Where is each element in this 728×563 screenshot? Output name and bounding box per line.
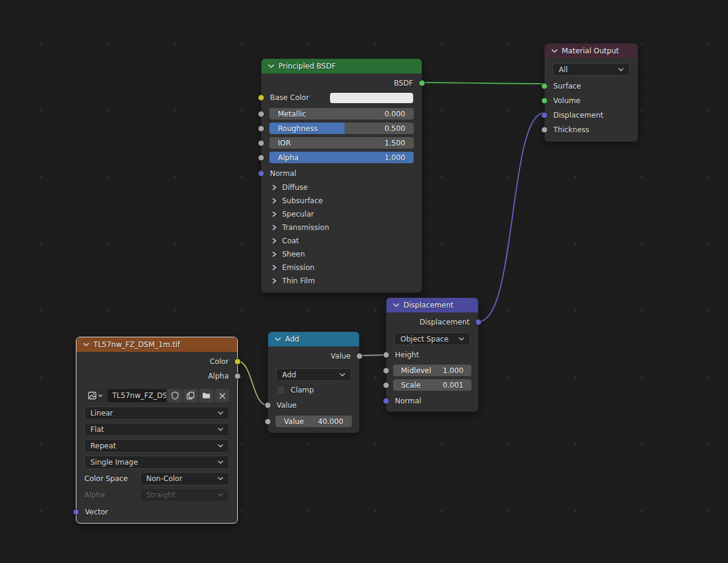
height-socket[interactable] — [383, 352, 389, 359]
alpha-socket[interactable] — [258, 154, 265, 161]
space-dropdown[interactable]: Object Space — [394, 332, 470, 345]
base-color-swatch[interactable] — [330, 93, 413, 103]
value-input-label: Value — [277, 401, 297, 410]
scale-socket[interactable] — [383, 382, 389, 388]
panel-thin-film[interactable]: Thin Film — [261, 274, 422, 288]
chevron-down-icon — [340, 373, 345, 377]
volume-socket[interactable] — [541, 98, 548, 104]
scale-slider[interactable]: Scale 0.001 — [393, 379, 471, 391]
wire-bsdf-to-surface — [422, 83, 544, 84]
color-space-dropdown[interactable]: Non-Color — [140, 472, 229, 485]
value-slider-socket[interactable] — [265, 418, 271, 425]
midlevel-socket[interactable] — [383, 367, 389, 374]
surface-socket[interactable] — [541, 83, 548, 90]
ior-label: IOR — [278, 139, 291, 147]
panel-coat[interactable]: Coat — [261, 234, 422, 248]
target-dropdown[interactable]: All — [553, 63, 630, 76]
extension-dropdown[interactable]: Repeat — [84, 439, 229, 453]
node-material-output[interactable]: Material Output All Surface Volume Displ… — [544, 43, 638, 142]
color-output-row: Color — [76, 354, 237, 369]
scale-value: 0.001 — [443, 381, 463, 389]
panel-transmission[interactable]: Transmission — [261, 221, 422, 234]
displacement-output-socket[interactable] — [475, 319, 482, 326]
alpha-output-row: Alpha — [76, 369, 237, 383]
close-icon — [219, 393, 226, 399]
surface-label: Surface — [553, 82, 581, 90]
alpha-output-socket[interactable] — [234, 373, 241, 380]
add-header[interactable]: Add — [268, 332, 359, 346]
normal-input-row: Normal — [386, 394, 478, 408]
image-icon — [88, 391, 97, 400]
interpolation-dropdown[interactable]: Linear — [84, 406, 229, 420]
panel-subsurface[interactable]: Subsurface — [261, 194, 422, 207]
value-output-row: Value — [268, 349, 359, 363]
image-browse-button[interactable] — [84, 389, 106, 402]
collapse-chevron-icon[interactable] — [268, 64, 274, 68]
operation-dropdown[interactable]: Add — [276, 368, 351, 381]
displacement-output-row: Displacement — [386, 315, 478, 329]
normal-socket[interactable] — [258, 170, 265, 177]
normal-socket[interactable] — [383, 398, 389, 405]
value-slider[interactable]: Value 40.000 — [275, 416, 352, 427]
metallic-label: Metallic — [278, 110, 306, 118]
alpha-slider[interactable]: Alpha 1.000 — [269, 152, 414, 163]
metallic-slider[interactable]: Metallic 0.000 — [269, 108, 414, 120]
clamp-checkbox[interactable] — [277, 386, 285, 394]
collapse-chevron-icon[interactable] — [275, 337, 281, 341]
base-color-socket[interactable] — [258, 95, 265, 101]
material-output-header[interactable]: Material Output — [545, 44, 638, 58]
wire-add-to-height — [360, 355, 386, 356]
metallic-value: 0.000 — [385, 110, 405, 118]
displacement-socket[interactable] — [541, 112, 548, 119]
value-output-socket[interactable] — [356, 353, 363, 360]
chevron-down-icon — [218, 493, 223, 497]
extension-row: Repeat — [76, 439, 237, 453]
image-texture-header[interactable]: TL57nw_FZ_DSM_1m.tif — [76, 337, 237, 352]
node-displacement[interactable]: Displacement Displacement Object Space H… — [386, 297, 479, 412]
ior-socket[interactable] — [258, 140, 265, 146]
vector-socket[interactable] — [73, 509, 79, 516]
base-color-label: Base Color — [270, 93, 309, 102]
chevron-down-icon — [218, 411, 223, 415]
projection-dropdown[interactable]: Flat — [84, 423, 229, 436]
copy-icon — [186, 391, 195, 400]
metallic-socket[interactable] — [258, 110, 265, 117]
roughness-slider[interactable]: Roughness 0.500 — [269, 123, 414, 134]
chevron-down-icon — [618, 68, 624, 72]
roughness-socket[interactable] — [258, 125, 265, 132]
unlink-button[interactable] — [215, 389, 229, 402]
duplicate-button[interactable] — [183, 389, 198, 402]
ior-row: IOR 1.500 — [261, 137, 422, 149]
collapse-chevron-icon[interactable] — [83, 343, 89, 346]
roughness-row: Roughness 0.500 — [261, 123, 422, 134]
fake-user-shield-button[interactable] — [167, 389, 182, 402]
midlevel-slider[interactable]: Midlevel 1.000 — [393, 365, 471, 376]
panel-specular[interactable]: Specular — [261, 207, 422, 221]
collapse-chevron-icon[interactable] — [393, 303, 399, 307]
panel-sheen[interactable]: Sheen — [261, 248, 422, 261]
source-dropdown[interactable]: Single Image — [84, 456, 229, 469]
thickness-socket[interactable] — [541, 127, 548, 133]
panel-chevron-icon — [272, 278, 277, 284]
node-math-add[interactable]: Add Value Add Clamp Value Value 40.000 — [268, 331, 360, 433]
panel-diffuse[interactable]: Diffuse — [261, 181, 422, 194]
image-name-field[interactable]: TL57nw_FZ_DS... — [107, 389, 166, 402]
value-input-socket[interactable] — [265, 402, 271, 409]
collapse-chevron-icon[interactable] — [551, 49, 558, 53]
panel-emission[interactable]: Emission — [261, 261, 422, 274]
node-title: Material Output — [562, 47, 619, 55]
node-title: Principled BSDF — [278, 62, 335, 70]
node-image-texture[interactable]: TL57nw_FZ_DSM_1m.tif Color Alpha TL57nw_… — [76, 337, 238, 524]
bsdf-output-socket[interactable] — [419, 80, 425, 87]
open-file-button[interactable] — [199, 389, 214, 402]
ior-slider[interactable]: IOR 1.500 — [269, 137, 414, 149]
principled-header[interactable]: Principled BSDF — [261, 59, 422, 73]
displacement-input-row: Displacement — [545, 108, 638, 123]
node-principled-bsdf[interactable]: Principled BSDF BSDF Base Color Metallic… — [261, 58, 422, 293]
displacement-header[interactable]: Displacement — [386, 298, 478, 312]
roughness-label: Roughness — [278, 124, 317, 133]
projection-row: Flat — [76, 423, 237, 436]
color-output-socket[interactable] — [234, 359, 241, 365]
vector-label: Vector — [85, 508, 108, 516]
wire-displacement-to-output — [479, 113, 544, 322]
